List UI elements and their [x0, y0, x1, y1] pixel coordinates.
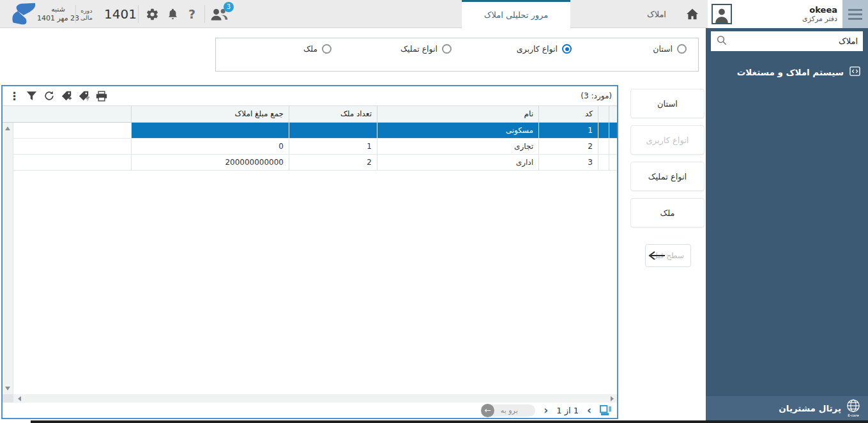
gear-icon[interactable]: [146, 0, 159, 28]
filter-icon[interactable]: [26, 91, 37, 101]
sidebar-item-label: سیستم املاک و مستغلات: [737, 67, 844, 77]
printer-icon[interactable]: [96, 91, 107, 102]
table-row[interactable]: 3 اداری 2 200000000000: [13, 155, 617, 171]
grid-body: 1 مسکونی 2 تجاری 1 0 3 اداری 2 200000000…: [13, 123, 617, 171]
layout-toggle-icon[interactable]: [600, 405, 612, 416]
level-button-property[interactable]: ملک: [630, 198, 704, 227]
home-icon[interactable]: [681, 0, 704, 28]
user-office: دفتر مرکزی: [802, 15, 837, 23]
search-input[interactable]: املاک: [711, 31, 863, 51]
refresh-icon[interactable]: [43, 91, 55, 101]
goto-arrow-icon: ←: [481, 404, 494, 417]
prev-level-arrow-icon: [647, 250, 666, 263]
top-header: شنبه 23 مهر 1401 دوره مالی 1401 ? 3 مرور…: [0, 0, 868, 28]
help-icon[interactable]: ?: [188, 0, 195, 28]
users-icon[interactable]: 3: [209, 0, 229, 28]
radio-ownership-types[interactable]: انواع تملیک: [400, 44, 452, 54]
tab-properties[interactable]: املاک: [631, 0, 682, 28]
col-selector: [609, 106, 617, 122]
scroll-up-icon[interactable]: [5, 127, 10, 130]
col-filler: [3, 106, 131, 122]
avatar: [712, 4, 732, 24]
hamburger-icon[interactable]: [842, 0, 868, 28]
divider: [204, 5, 205, 23]
record-count: (مورد: 3): [581, 91, 612, 100]
radio-province[interactable]: استان: [653, 44, 687, 54]
col-name[interactable]: نام: [377, 106, 538, 122]
search-icon: [716, 35, 727, 49]
radio-circle: [562, 44, 572, 54]
tag-filter-icon[interactable]: [79, 91, 89, 101]
customer-portal-link[interactable]: E-care پرتال مشتریان: [706, 396, 868, 420]
tag-plus-icon[interactable]: [61, 91, 72, 101]
fiscal-period-label: دوره مالی: [80, 0, 93, 28]
grid-header-row: کد نام تعداد ملک جمع مبلغ املاک: [3, 105, 617, 123]
user-name: okeea: [802, 5, 837, 15]
scroll-down-icon[interactable]: [5, 387, 10, 390]
tab-analytical-review[interactable]: مرور تحلیلی املاک: [462, 0, 570, 28]
previous-level-button: سطح قبل: [645, 244, 691, 267]
footer-label: پرتال مشتریان: [779, 403, 841, 413]
user-block[interactable]: okeea دفتر مرکزی: [708, 0, 842, 28]
col-property-count[interactable]: تعداد ملک: [289, 106, 377, 122]
page-info: 1 از 1: [556, 406, 579, 415]
grid-toolbar: ⋮ (مورد: 3): [3, 86, 617, 105]
level-button-province[interactable]: استان: [630, 89, 704, 118]
level-button-usage-types: انواع کاربری: [630, 125, 704, 155]
fiscal-year: 1401: [104, 0, 137, 28]
bell-icon[interactable]: [167, 0, 179, 28]
scroll-right-icon[interactable]: [611, 396, 614, 401]
bottom-edge: [31, 420, 868, 423]
radio-circle: [677, 44, 687, 54]
col-code[interactable]: کد: [538, 106, 598, 122]
notifications-badge: 3: [224, 2, 234, 12]
sidebar: املاک سیستم املاک و مستغلات E-care پرتال…: [706, 28, 868, 423]
divider: [138, 5, 139, 23]
radio-circle: [442, 44, 452, 54]
radio-circle: [322, 44, 331, 54]
next-page-icon[interactable]: ›: [587, 404, 591, 417]
radio-usage-types[interactable]: انواع کاربری: [517, 44, 572, 54]
scrollbar-corner: [3, 394, 13, 403]
scroll-left-icon[interactable]: [18, 396, 21, 401]
divider: [75, 5, 76, 23]
table-row[interactable]: 2 تجاری 1 0: [13, 139, 617, 155]
table-row[interactable]: 1 مسکونی: [13, 123, 617, 139]
sidebar-item-real-estate-system[interactable]: سیستم املاک و مستغلات: [706, 63, 868, 82]
kebab-menu-icon[interactable]: ⋮: [9, 89, 20, 102]
pager: › 1 از 1 ‹ برو به ←: [3, 403, 617, 418]
search-value: املاک: [839, 36, 858, 46]
prev-page-icon[interactable]: ‹: [544, 404, 548, 417]
code-window-icon: [849, 66, 860, 78]
results-panel: ⋮ (مورد: 3) کد نام تعداد ملک جمع مبلغ ام…: [1, 85, 618, 419]
radio-property[interactable]: ملک: [303, 44, 331, 54]
horizontal-scrollbar[interactable]: [3, 394, 617, 403]
logo[interactable]: [6, 0, 37, 28]
col-total-amount[interactable]: جمع مبلغ املاک: [131, 106, 289, 122]
vertical-scrollbar[interactable]: [3, 123, 13, 394]
goto-page-button[interactable]: برو به ←: [483, 404, 535, 417]
current-date: شنبه 23 مهر 1401: [37, 0, 79, 28]
report-level-radio-group: استان انواع کاربری انواع تملیک ملک: [215, 38, 699, 72]
level-button-ownership-types[interactable]: انواع تملیک: [630, 162, 704, 191]
globe-icon: E-care: [846, 399, 860, 417]
col-indicator: [598, 106, 609, 122]
